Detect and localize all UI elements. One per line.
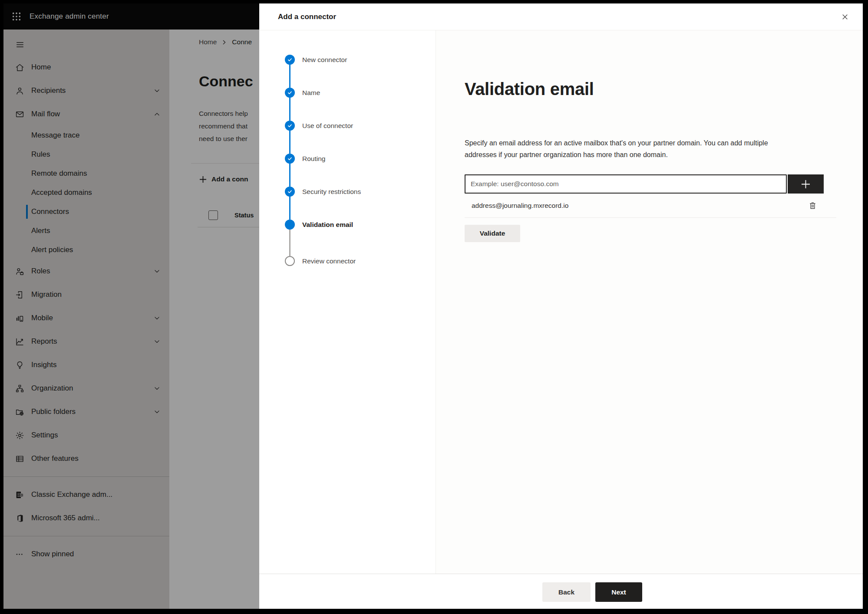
wizard-step-review-connector: Review connector — [285, 256, 436, 266]
screenshot-frame: Exchange admin center HomeRecipientsMail… — [0, 0, 868, 614]
next-button[interactable]: Next — [595, 582, 642, 602]
email-input[interactable] — [465, 174, 787, 194]
app-window: Exchange admin center HomeRecipientsMail… — [3, 3, 863, 609]
step-label: Use of connector — [302, 122, 353, 130]
wizard-step-new-connector: New connector — [285, 55, 436, 65]
step-label: New connector — [302, 56, 347, 64]
wizard-step-routing: Routing — [285, 154, 436, 164]
wizard-step-validation-email: Validation email — [285, 220, 436, 230]
step-check-icon — [285, 154, 295, 164]
add-email-button[interactable] — [788, 174, 824, 194]
trash-icon — [808, 201, 817, 210]
step-check-icon — [285, 187, 295, 197]
step-connector-line — [289, 131, 290, 154]
email-input-row — [465, 174, 836, 194]
step-connector-line — [289, 197, 290, 220]
close-button[interactable] — [838, 10, 852, 24]
wizard-step-use-of-connector: Use of connector — [285, 121, 436, 131]
close-icon — [841, 13, 849, 21]
step-connector-line — [289, 98, 290, 121]
step-heading: Validation email — [465, 79, 863, 99]
step-description: Specify an email address for an active m… — [465, 137, 773, 161]
panel-footer: Back Next — [259, 574, 863, 609]
panel-body: New connectorNameUse of connectorRouting… — [259, 30, 863, 574]
delete-address-button[interactable] — [806, 199, 819, 212]
wizard-step-name: Name — [285, 88, 436, 98]
wizard-step-security-restrictions: Security restrictions — [285, 187, 436, 197]
step-label: Security restrictions — [302, 188, 361, 196]
footer-buttons: Back Next — [542, 582, 642, 602]
address-list: address@journaling.mxrecord.io — [465, 194, 836, 218]
step-check-icon — [285, 88, 295, 98]
add-connector-panel: Add a connector New connectorNameUse of … — [259, 3, 863, 609]
step-connector-line — [289, 65, 290, 88]
address-row: address@journaling.mxrecord.io — [465, 194, 836, 218]
panel-title: Add a connector — [278, 13, 336, 21]
validation-email-step: Validation email Specify an email addres… — [436, 30, 863, 574]
step-label: Review connector — [302, 257, 356, 265]
wizard-stepper: New connectorNameUse of connectorRouting… — [259, 30, 436, 574]
step-label: Name — [302, 89, 320, 97]
step-label: Routing — [302, 155, 325, 163]
back-button[interactable]: Back — [542, 582, 591, 602]
address-text: address@journaling.mxrecord.io — [472, 202, 806, 210]
panel-header: Add a connector — [259, 3, 863, 30]
validate-button[interactable]: Validate — [465, 225, 520, 242]
step-connector-line — [289, 164, 290, 187]
step-empty-icon — [285, 256, 295, 266]
step-check-icon — [285, 55, 295, 65]
step-connector-line — [289, 230, 290, 256]
plus-icon — [800, 178, 812, 190]
step-label: Validation email — [302, 221, 353, 229]
step-check-icon — [285, 121, 295, 131]
step-active-icon — [285, 220, 295, 230]
email-rows: address@journaling.mxrecord.io — [465, 174, 836, 218]
